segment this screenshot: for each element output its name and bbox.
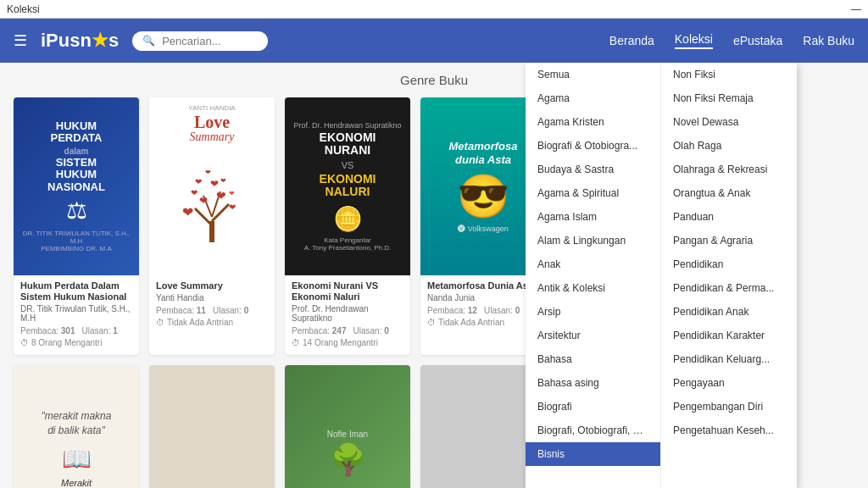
genre-budaya[interactable]: Budaya & Sastra (526, 158, 660, 181)
coin-icon: 🪙 (333, 205, 363, 233)
dropdown-col1: Semua Agama Agama Kristen Biografi & Oto… (526, 63, 661, 488)
nav-beranda[interactable]: Beranda (609, 34, 654, 47)
book-title-hukum: Hukum Perdata Dalam Sistem Hukum Nasiona… (20, 280, 132, 302)
clock-icon-meta: ⏱ (427, 318, 436, 327)
genre-non-fiksi-remaja[interactable]: Non Fiksi Remaja (661, 86, 797, 110)
book-cover-nofie: Nofie Iman 🌳 (285, 365, 410, 488)
genre-agama-spiritual[interactable]: Agama & Spiritual (526, 181, 660, 205)
genre-olahraga[interactable]: Olah Raga (661, 134, 797, 158)
clock-icon: ⏱ (20, 338, 29, 347)
svg-text:❤: ❤ (205, 169, 211, 176)
book-card-nofie[interactable]: Nofie Iman 🌳 Nofie Iman (285, 365, 410, 488)
book-author-love: Yanti Handia (156, 293, 268, 302)
genre-anak[interactable]: Anak (526, 252, 660, 276)
book-cover-love: YANTI HANDIA Love Summary ❤ ❤ (149, 97, 275, 275)
hamburger-menu[interactable]: ☰ (14, 31, 27, 50)
genre-dropdown: Semua Agama Agama Kristen Biografi & Oto… (526, 63, 797, 488)
titlebar: Koleksi — (0, 0, 868, 19)
book-author-meta: Nanda Junia (427, 293, 539, 302)
book-cover-merakit: "merakit maknadi balik kata" 📖 MerakitKa… (14, 365, 139, 488)
book-card-love[interactable]: YANTI HANDIA Love Summary ❤ ❤ (149, 97, 275, 355)
nav-links: Beranda Koleksi ePustaka Rak Buku (609, 32, 854, 49)
book-stats-ekonomi: Pembaca: 247 Ulasan: 0 (292, 326, 403, 336)
genre-pengayaan[interactable]: Pengayaan (661, 371, 797, 395)
genre-biografi[interactable]: Biografi & Otobiogra... (526, 134, 660, 158)
search-bar[interactable]: 🔍 (132, 31, 268, 51)
genre-bahasa[interactable]: Bahasa (526, 347, 660, 371)
genre-agama[interactable]: Agama (526, 86, 660, 110)
genre-bahasa-asing[interactable]: Bahasa asing (526, 371, 660, 395)
book-author-hukum: DR. Titik Triwulan Tutik, S.H., M.H (20, 304, 132, 323)
genre-olahraga2[interactable]: Olahraga & Rekreasi (661, 158, 797, 181)
minimize-button[interactable]: — (851, 3, 861, 15)
book-card-ekonomi[interactable]: Prof. Dr. Hendrawan Supratikno EKONOMINU… (285, 97, 410, 355)
search-input[interactable] (162, 35, 264, 47)
main-content: Genre Buku HUKUMPERDATAdalamSISTEMHUKUMN… (0, 63, 868, 488)
genre-panduan[interactable]: Panduan (661, 205, 797, 229)
trees-icon: 🌳 (329, 442, 367, 478)
nav-rak-buku[interactable]: Rak Buku (803, 34, 854, 47)
genre-pendidikan-anak[interactable]: Pendidikan Anak (661, 300, 797, 324)
genre-pengembangan[interactable]: Pengembangan Diri (661, 395, 797, 419)
genre-pendidikan[interactable]: Pendidikan (661, 252, 797, 276)
book-card-merakit[interactable]: "merakit maknadi balik kata" 📖 MerakitKa… (14, 365, 139, 488)
genre-orangtua[interactable]: Orangtua & Anak (661, 181, 797, 205)
navbar: ☰ iPusn★s 🔍 Beranda Koleksi ePustaka Rak… (0, 19, 868, 63)
genre-pangan[interactable]: Pangan & Agraria (661, 229, 797, 252)
svg-text:❤: ❤ (195, 177, 202, 186)
genre-arsitektur[interactable]: Arsitektur (526, 324, 660, 347)
svg-text:❤: ❤ (191, 188, 198, 197)
svg-text:❤: ❤ (229, 202, 236, 212)
love-tree-svg: ❤ ❤ ❤ ❤ ❤ ❤ ❤ ❤ ❤ ❤ (170, 149, 254, 251)
book-stats-hukum: Pembaca: 301 Ulasan: 1 (20, 326, 132, 336)
window-title: Koleksi (7, 3, 40, 15)
book-queue-ekonomi: ⏱ 14 Orang Mengantri (292, 338, 403, 347)
book-cover-ekonomi: Prof. Dr. Hendrawan Supratikno EKONOMINU… (285, 97, 410, 275)
genre-pendidikan-keluarga[interactable]: Pendidikan Keluarg... (661, 347, 797, 371)
genre-semua[interactable]: Semua (526, 63, 660, 86)
genre-arsip[interactable]: Arsip (526, 300, 660, 324)
book-author-ekonomi: Prof. Dr. Hendrawan Supratikno (292, 304, 403, 323)
genre-pendidikan-karakter[interactable]: Pendidikan Karakter (661, 324, 797, 347)
genre-novel[interactable]: Novel Dewasa (661, 110, 797, 134)
genre-antik[interactable]: Antik & Koleksi (526, 276, 660, 300)
book-cover-hukum: HUKUMPERDATAdalamSISTEMHUKUMNASIONAL ⚖ D… (14, 97, 139, 275)
genre-agama-islam[interactable]: Agama Islam (526, 205, 660, 229)
genre-non-fiksi[interactable]: Non Fiksi (661, 63, 797, 86)
genre-pendidikan2[interactable]: Pendidikan & Perma... (661, 276, 797, 300)
book-queue-meta: ⏱ Tidak Ada Antrian (427, 318, 539, 327)
svg-text:❤: ❤ (220, 177, 226, 185)
book-card-empty1[interactable] (149, 365, 275, 488)
genre-pengetahuan[interactable]: Pengetahuan Keseh... (661, 419, 797, 442)
genre-agama-kristen[interactable]: Agama Kristen (526, 110, 660, 134)
dropdown-col2: Non Fiksi Non Fiksi Remaja Novel Dewasa … (661, 63, 797, 488)
svg-text:❤: ❤ (229, 190, 235, 197)
book-card-hukum[interactable]: HUKUMPERDATAdalamSISTEMHUKUMNASIONAL ⚖ D… (14, 97, 139, 355)
genre-bisnis[interactable]: Bisnis (526, 442, 660, 466)
clock-icon-love: ⏱ (156, 318, 164, 327)
book-title-ekonomi: Ekonomi Nurani VS Ekonomi Naluri (292, 280, 403, 302)
book-info-love: Love Summary Yanti Handia Pembaca: 11 Ul… (149, 275, 275, 332)
book-queue-love: ⏱ Tidak Ada Antrian (156, 318, 268, 327)
nav-koleksi[interactable]: Koleksi (675, 32, 713, 49)
svg-text:❤: ❤ (199, 195, 208, 207)
nav-epustaka[interactable]: ePustaka (733, 34, 782, 47)
svg-text:❤: ❤ (216, 189, 226, 202)
book-title-meta: Metamorfosa Dunia Asta (427, 280, 539, 291)
app-logo: iPusn★s (41, 30, 119, 52)
face-icon: 😎 (457, 172, 509, 221)
book-queue-hukum: ⏱ 8 Orang Mengantri (20, 338, 132, 347)
book-stats-meta: Pembaca: 12 Ulasan: 0 (427, 306, 539, 315)
genre-biografi3[interactable]: Biografi, Otobiografi, Bibliografi (526, 419, 660, 442)
svg-text:❤: ❤ (210, 178, 219, 190)
book-cover-empty1 (149, 365, 275, 488)
genre-alam[interactable]: Alam & Lingkungan (526, 229, 660, 252)
book-info-ekonomi: Ekonomi Nurani VS Ekonomi Naluri Prof. D… (285, 275, 410, 352)
window-controls[interactable]: — (851, 3, 861, 15)
book-title-love: Love Summary (156, 280, 268, 291)
book-info-hukum: Hukum Perdata Dalam Sistem Hukum Nasiona… (14, 275, 139, 352)
svg-text:❤: ❤ (182, 205, 193, 219)
book-icon: 📖 (62, 445, 92, 473)
search-icon: 🔍 (142, 35, 155, 47)
genre-biografi2[interactable]: Biografi (526, 395, 660, 419)
